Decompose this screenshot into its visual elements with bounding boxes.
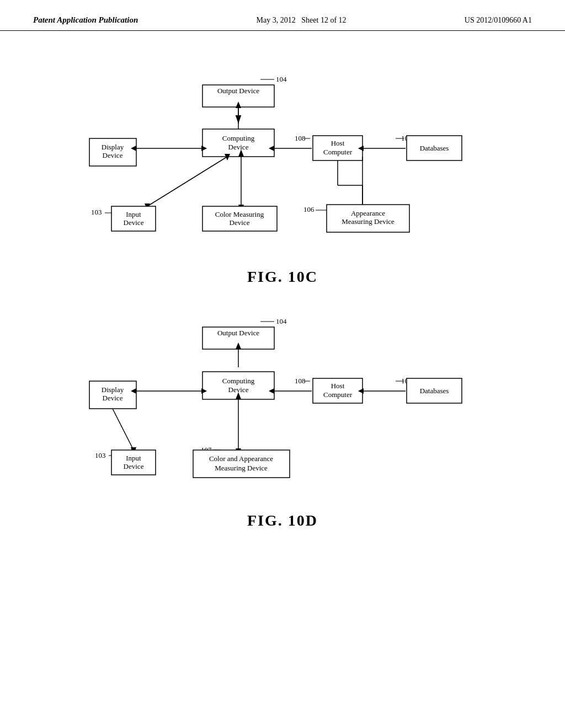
svg-text:108: 108	[295, 377, 306, 385]
svg-text:Device: Device	[103, 151, 123, 159]
svg-text:Color Measuring: Color Measuring	[215, 210, 264, 218]
fig10d-svg: 104 Output Device 102 Display Device 101…	[45, 302, 520, 506]
main-content: 104 Output Device 102 Display Device 101…	[0, 31, 565, 557]
svg-text:104: 104	[276, 317, 287, 325]
header-left: Patent Application Publication	[33, 15, 138, 25]
page-header: Patent Application Publication May 3, 20…	[0, 0, 565, 31]
svg-text:Device: Device	[230, 218, 250, 227]
header-patent: US 2012/0109660 A1	[465, 16, 532, 25]
svg-text:Output Device: Output Device	[217, 87, 259, 95]
header-date: May 3, 2012 Sheet 12 of 12	[257, 16, 347, 25]
svg-text:Device: Device	[124, 218, 144, 227]
svg-text:Computer: Computer	[323, 390, 353, 399]
svg-text:Output Device: Output Device	[217, 329, 259, 337]
svg-text:Computer: Computer	[323, 148, 353, 156]
svg-text:Computing: Computing	[222, 134, 255, 142]
svg-text:Computing: Computing	[222, 377, 255, 385]
svg-text:103: 103	[95, 451, 106, 459]
svg-line-92	[113, 409, 134, 450]
svg-text:106: 106	[303, 205, 315, 213]
svg-text:Appearance: Appearance	[351, 209, 385, 217]
svg-text:104: 104	[276, 75, 287, 83]
fig10c-svg: 104 Output Device 102 Display Device 101…	[45, 58, 520, 263]
svg-text:108: 108	[295, 134, 306, 142]
fig10d-diagram: 104 Output Device 102 Display Device 101…	[33, 302, 532, 529]
svg-text:Databases: Databases	[420, 144, 449, 152]
svg-text:Host: Host	[331, 139, 345, 147]
svg-text:Device: Device	[228, 143, 249, 151]
svg-text:Display: Display	[102, 386, 124, 394]
svg-text:Input: Input	[126, 454, 141, 462]
fig10c-caption: FIG. 10C	[33, 268, 532, 286]
svg-text:Device: Device	[103, 394, 123, 402]
svg-text:103: 103	[91, 208, 102, 216]
svg-marker-33	[225, 154, 230, 160]
svg-text:Input: Input	[126, 210, 141, 218]
svg-text:Measuring Device: Measuring Device	[215, 464, 268, 472]
svg-text:Measuring Device: Measuring Device	[342, 217, 395, 226]
fig10c-diagram: 104 Output Device 102 Display Device 101…	[33, 58, 532, 286]
svg-text:Databases: Databases	[420, 387, 449, 395]
svg-text:Display: Display	[102, 143, 124, 151]
svg-text:Color and Appearance: Color and Appearance	[209, 454, 273, 463]
svg-line-31	[147, 157, 227, 206]
fig10d-caption: FIG. 10D	[33, 512, 532, 529]
svg-text:Host: Host	[331, 382, 345, 390]
svg-text:Device: Device	[124, 462, 144, 470]
